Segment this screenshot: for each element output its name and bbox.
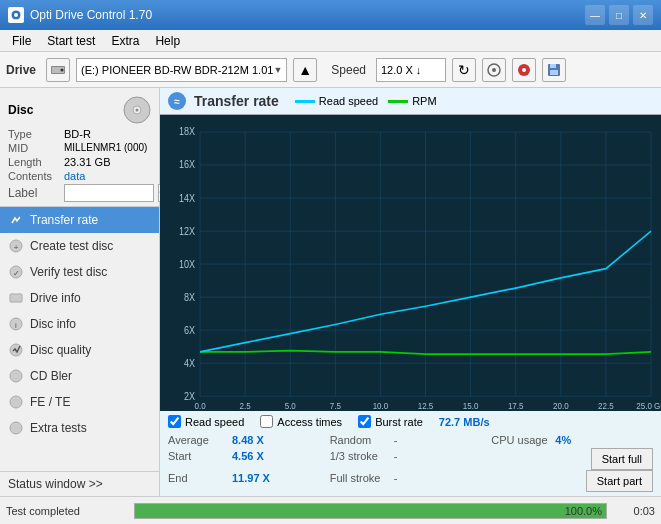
menu-bar: File Start test Extra Help (0, 30, 661, 52)
app-title: Opti Drive Control 1.70 (30, 8, 152, 22)
stat-col-9: Start part (491, 470, 653, 492)
svg-text:17.5: 17.5 (508, 400, 524, 411)
drive-icon-btn[interactable] (46, 58, 70, 82)
speed-value: 12.0 X ↓ (381, 64, 421, 76)
stroke13-value: - (394, 450, 398, 462)
access-times-cb[interactable] (260, 415, 273, 428)
checkbox-row: Read speed Access times Burst rate 72.7 … (168, 415, 653, 428)
disc-contents-row: Contents data (8, 170, 151, 182)
progress-bar-container: 100.0% (134, 503, 607, 519)
nav-create-test-disc[interactable]: + Create test disc (0, 233, 159, 259)
access-times-checkbox[interactable]: Access times (260, 415, 342, 428)
read-speed-cb[interactable] (168, 415, 181, 428)
access-times-cb-label: Access times (277, 416, 342, 428)
verify-test-disc-icon: ✓ (8, 264, 24, 280)
read-speed-checkbox[interactable]: Read speed (168, 415, 244, 428)
type-key: Type (8, 128, 60, 140)
average-key: Average (168, 434, 228, 446)
minimize-button[interactable]: — (585, 5, 605, 25)
close-button[interactable]: ✕ (633, 5, 653, 25)
full-stroke-key: Full stroke (330, 472, 390, 484)
length-key: Length (8, 156, 60, 168)
drive-select[interactable]: (E:) PIONEER BD-RW BDR-212M 1.01 ▼ (76, 58, 287, 82)
chart-area: 18X 16X 14X 12X 10X 8X 6X 4X 2X 0.0 2.5 … (160, 115, 661, 411)
burst-rate-value: 72.7 MB/s (439, 416, 490, 428)
maximize-button[interactable]: □ (609, 5, 629, 25)
svg-rect-22 (10, 294, 22, 302)
nav-verify-test-disc[interactable]: ✓ Verify test disc (0, 259, 159, 285)
legend-rpm: RPM (388, 95, 436, 107)
speed-label: Speed (331, 63, 366, 77)
svg-text:i: i (15, 321, 17, 330)
stat-stroke13: 1/3 stroke - (330, 450, 492, 462)
svg-text:7.5: 7.5 (330, 400, 341, 411)
nav-extra-tests[interactable]: Extra tests (0, 415, 159, 441)
stat-col-5: 1/3 stroke - (330, 448, 492, 470)
status-bar: Test completed 100.0% 0:03 (0, 496, 661, 524)
window-controls: — □ ✕ (585, 5, 653, 25)
menu-extra[interactable]: Extra (103, 32, 147, 50)
legend-read-speed-label: Read speed (319, 95, 378, 107)
type-value: BD-R (64, 128, 91, 140)
start-part-button[interactable]: Start part (586, 470, 653, 492)
media-button[interactable] (512, 58, 536, 82)
nav-transfer-rate[interactable]: Transfer rate (0, 207, 159, 233)
label-key: Label (8, 186, 60, 200)
svg-text:10.0: 10.0 (373, 400, 389, 411)
nav-disc-info[interactable]: i Disc info (0, 311, 159, 337)
svg-text:25.0 GB: 25.0 GB (636, 400, 661, 411)
stat-col-3: CPU usage 4% (491, 432, 653, 448)
settings-button[interactable] (482, 58, 506, 82)
disc-type-row: Type BD-R (8, 128, 151, 140)
svg-point-14 (136, 109, 139, 112)
refresh-button[interactable]: ↻ (452, 58, 476, 82)
read-speed-cb-label: Read speed (185, 416, 244, 428)
sidebar: Disc Type BD-R MID MILLENMR1 (000) Lengt… (0, 88, 160, 496)
status-window-button[interactable]: Status window >> (0, 472, 159, 496)
save-button[interactable] (542, 58, 566, 82)
stat-cpu: CPU usage 4% (491, 434, 653, 446)
eject-button[interactable]: ▲ (293, 58, 317, 82)
svg-text:4X: 4X (184, 357, 196, 369)
nav-transfer-rate-label: Transfer rate (30, 213, 98, 227)
progress-bar (135, 504, 606, 518)
title-bar: Opti Drive Control 1.70 — □ ✕ (0, 0, 661, 30)
nav-drive-info-label: Drive info (30, 291, 81, 305)
menu-file[interactable]: File (4, 32, 39, 50)
menu-start-test[interactable]: Start test (39, 32, 103, 50)
sidebar-bottom: Status window >> (0, 471, 159, 496)
burst-rate-checkbox[interactable]: Burst rate (358, 415, 423, 428)
label-input[interactable] (64, 184, 154, 202)
svg-point-8 (522, 68, 526, 72)
legend-rpm-label: RPM (412, 95, 436, 107)
disc-header: Disc (8, 96, 151, 124)
nav-disc-quality-label: Disc quality (30, 343, 91, 357)
chart-header: ≈ Transfer rate Read speed RPM (160, 88, 661, 115)
svg-text:+: + (14, 243, 19, 252)
speed-select[interactable]: 12.0 X ↓ (376, 58, 446, 82)
nav-disc-quality[interactable]: Disc quality (0, 337, 159, 363)
burst-rate-cb-label: Burst rate (375, 416, 423, 428)
svg-text:6X: 6X (184, 324, 196, 336)
menu-help[interactable]: Help (147, 32, 188, 50)
burst-rate-cb[interactable] (358, 415, 371, 428)
status-window-label: Status window >> (8, 477, 103, 491)
chart-stats: Read speed Access times Burst rate 72.7 … (160, 411, 661, 496)
drive-info-icon (8, 290, 24, 306)
stat-col-7: End 11.97 X (168, 470, 330, 492)
nav-menu: Transfer rate + Create test disc ✓ Verif… (0, 207, 159, 471)
svg-point-6 (492, 68, 496, 72)
start-full-button[interactable]: Start full (591, 448, 653, 470)
stat-full-stroke: Full stroke - (330, 472, 492, 484)
disc-length-row: Length 23.31 GB (8, 156, 151, 168)
stat-col-2: Random - (330, 432, 492, 448)
svg-point-26 (10, 370, 22, 382)
svg-point-4 (61, 68, 64, 71)
nav-drive-info[interactable]: Drive info (0, 285, 159, 311)
fe-te-icon (8, 394, 24, 410)
svg-text:14X: 14X (179, 192, 196, 204)
nav-cd-bler[interactable]: CD Bler (0, 363, 159, 389)
svg-text:✓: ✓ (13, 269, 20, 278)
stat-average: Average 8.48 X (168, 434, 330, 446)
nav-fe-te[interactable]: FE / TE (0, 389, 159, 415)
